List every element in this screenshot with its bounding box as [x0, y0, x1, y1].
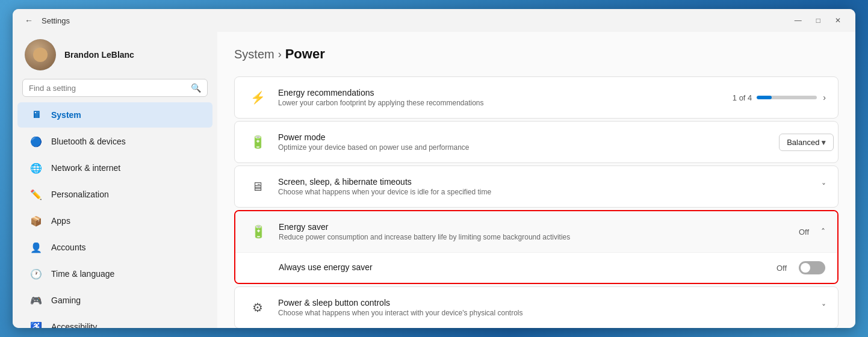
- power-mode-right: Balanced ▾ ▾: [779, 134, 826, 151]
- window-controls: — □ ✕: [790, 14, 846, 27]
- power-sleep-right: ˅: [822, 303, 826, 312]
- sidebar-item-accessibility[interactable]: ♿ Accessibility: [17, 314, 212, 328]
- window-title: Settings: [42, 16, 70, 25]
- sidebar-item-label: Gaming: [51, 295, 81, 305]
- breadcrumb-separator: ›: [278, 48, 282, 61]
- maximize-button[interactable]: □: [811, 14, 825, 27]
- power-mode-subtitle: Optimize your device based on power use …: [278, 143, 779, 152]
- progress-container: 1 of 4: [733, 93, 817, 102]
- sidebar-item-label: Time & language: [51, 269, 114, 279]
- always-use-energy-label: Always use energy saver: [279, 262, 777, 272]
- screen-sleep-right: ˅: [822, 182, 826, 191]
- close-button[interactable]: ✕: [830, 14, 846, 27]
- sidebar-item-label: Accounts: [51, 243, 86, 252]
- energy-saver-collapse-icon: ˄: [821, 227, 825, 237]
- settings-window: ← Settings — □ ✕ Brandon LeBlanc 🔍: [13, 9, 855, 328]
- energy-saver-text: Energy saver Reduce power consumption an…: [279, 222, 799, 241]
- always-use-energy-text: Always use energy saver: [279, 262, 777, 273]
- user-profile: Brandon LeBlanc: [13, 32, 217, 76]
- gaming-icon: 🎮: [29, 294, 43, 307]
- power-sleep-title: Power & sleep button controls: [278, 298, 822, 308]
- minimize-button[interactable]: —: [790, 14, 807, 27]
- back-button[interactable]: ←: [22, 13, 36, 28]
- network-icon: 🌐: [29, 161, 43, 175]
- progress-text: 1 of 4: [733, 93, 752, 102]
- energy-rec-text: Energy recommendations Lower your carbon…: [278, 88, 733, 107]
- sidebar-item-accounts[interactable]: 👤 Accounts: [17, 235, 212, 260]
- bluetooth-icon: 🔵: [29, 135, 43, 148]
- power-sleep-subtitle: Choose what happens when you interact wi…: [278, 309, 822, 317]
- energy-saver-title: Energy saver: [279, 222, 799, 232]
- energy-rec-subtitle: Lower your carbon footprint by applying …: [278, 99, 733, 107]
- power-mode-title: Power mode: [278, 132, 779, 142]
- energy-saver-header[interactable]: 🔋 Energy saver Reduce power consumption …: [235, 211, 837, 253]
- user-name: Brandon LeBlanc: [64, 50, 134, 60]
- time-icon: 🕐: [29, 267, 43, 280]
- search-icon: 🔍: [191, 83, 201, 93]
- power-sleep-icon: ⚙: [247, 297, 268, 318]
- energy-saver-subtitle: Reduce power consumption and increase ba…: [279, 233, 799, 241]
- toggle-thumb: [801, 263, 810, 273]
- energy-rec-title: Energy recommendations: [278, 88, 733, 97]
- power-mode-row[interactable]: 🔋 Power mode Optimize your device based …: [235, 122, 838, 162]
- sidebar-item-apps[interactable]: 📦 Apps: [17, 208, 212, 233]
- sidebar: Brandon LeBlanc 🔍 🖥 System 🔵 Bluetooth &…: [13, 32, 217, 328]
- power-sleep-card: ⚙ Power & sleep button controls Choose w…: [234, 286, 839, 328]
- progress-bar-bg: [757, 96, 817, 99]
- sidebar-item-label: Accessibility: [51, 322, 97, 328]
- energy-rec-right: 1 of 4 ›: [733, 93, 826, 102]
- dropdown-chevron-icon: ▾: [822, 138, 826, 147]
- energy-saver-sub-row[interactable]: Always use energy saver Off: [235, 253, 837, 283]
- sidebar-item-label: Network & internet: [51, 163, 120, 173]
- accessibility-icon: ♿: [29, 320, 43, 328]
- avatar: [25, 39, 56, 70]
- main-content: System › Power ⚡ Energy recommendations …: [217, 32, 855, 328]
- content-area: Brandon LeBlanc 🔍 🖥 System 🔵 Bluetooth &…: [13, 32, 855, 328]
- sidebar-item-label: Personalization: [51, 190, 109, 199]
- accounts-icon: 👤: [29, 241, 43, 254]
- sidebar-item-system[interactable]: 🖥 System: [17, 102, 212, 128]
- energy-rec-icon: ⚡: [247, 87, 268, 108]
- sidebar-item-network[interactable]: 🌐 Network & internet: [17, 155, 212, 181]
- sidebar-item-bluetooth[interactable]: 🔵 Bluetooth & devices: [17, 129, 212, 154]
- energy-recommendations-card: ⚡ Energy recommendations Lower your carb…: [234, 76, 839, 119]
- sidebar-item-label: System: [51, 110, 81, 120]
- breadcrumb-parent: System: [234, 48, 274, 61]
- personalization-icon: ✏️: [29, 188, 43, 201]
- energy-saver-right: Off ˄: [799, 227, 825, 237]
- breadcrumb: System › Power: [234, 46, 839, 62]
- energy-saver-icon: 🔋: [247, 221, 269, 243]
- energy-saver-section: 🔋 Energy saver Reduce power consumption …: [234, 210, 839, 284]
- power-mode-card: 🔋 Power mode Optimize your device based …: [234, 121, 839, 163]
- progress-bar-fill: [757, 96, 772, 99]
- sidebar-item-personalization[interactable]: ✏️ Personalization: [17, 182, 212, 207]
- always-energy-status: Off: [777, 264, 787, 273]
- avatar-image: [25, 39, 56, 70]
- screen-sleep-subtitle: Choose what happens when your device is …: [278, 188, 822, 196]
- power-sleep-text: Power & sleep button controls Choose wha…: [278, 298, 822, 317]
- title-bar-left: ← Settings: [22, 13, 790, 28]
- nav-items: 🖥 System 🔵 Bluetooth & devices 🌐 Network…: [13, 102, 217, 328]
- sidebar-item-gaming[interactable]: 🎮 Gaming: [17, 288, 212, 313]
- energy-saver-status: Off: [799, 227, 809, 237]
- always-energy-toggle[interactable]: [799, 261, 825, 274]
- screen-sleep-card: 🖥 Screen, sleep, & hibernate timeouts Ch…: [234, 165, 839, 208]
- sidebar-item-label: Bluetooth & devices: [51, 137, 126, 146]
- sidebar-item-time[interactable]: 🕐 Time & language: [17, 261, 212, 286]
- power-sleep-row[interactable]: ⚙ Power & sleep button controls Choose w…: [235, 287, 838, 328]
- screen-sleep-row[interactable]: 🖥 Screen, sleep, & hibernate timeouts Ch…: [235, 166, 838, 207]
- power-sleep-chevron-icon: ˅: [822, 303, 826, 312]
- breadcrumb-current: Power: [285, 46, 325, 62]
- screen-sleep-icon: 🖥: [247, 176, 268, 197]
- search-box[interactable]: 🔍: [22, 79, 208, 97]
- chevron-down-icon: ˅: [822, 182, 826, 191]
- power-mode-text: Power mode Optimize your device based on…: [278, 132, 779, 152]
- screen-sleep-text: Screen, sleep, & hibernate timeouts Choo…: [278, 177, 822, 196]
- screen-sleep-title: Screen, sleep, & hibernate timeouts: [278, 177, 822, 187]
- title-bar: ← Settings — □ ✕: [13, 9, 855, 32]
- energy-recommendations-row[interactable]: ⚡ Energy recommendations Lower your carb…: [235, 77, 838, 118]
- always-use-energy-right: Off: [777, 261, 825, 274]
- search-input[interactable]: [29, 84, 186, 93]
- system-icon: 🖥: [29, 108, 43, 122]
- sidebar-item-label: Apps: [51, 216, 70, 226]
